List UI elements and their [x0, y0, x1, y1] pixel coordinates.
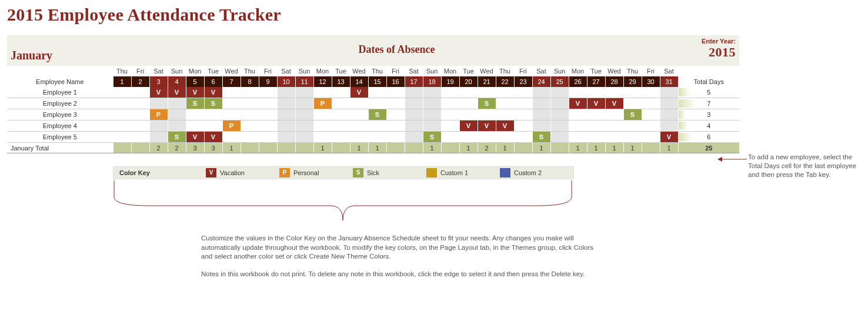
- absence-cell[interactable]: V: [204, 87, 222, 98]
- absence-cell[interactable]: [350, 98, 368, 109]
- absence-cell[interactable]: [532, 120, 550, 132]
- total-days-cell[interactable]: 3: [678, 109, 739, 120]
- absence-cell[interactable]: S: [186, 98, 204, 109]
- absence-cell[interactable]: [241, 109, 259, 120]
- absence-cell[interactable]: [386, 109, 405, 120]
- absence-cell[interactable]: [605, 132, 623, 143]
- absence-cell[interactable]: [241, 87, 259, 98]
- absence-cell[interactable]: [642, 109, 660, 120]
- absence-cell[interactable]: [423, 98, 441, 109]
- absence-cell[interactable]: V: [587, 98, 605, 109]
- absence-cell[interactable]: [259, 120, 277, 132]
- year-value[interactable]: 2015: [702, 45, 736, 60]
- absence-cell[interactable]: [550, 87, 569, 98]
- absence-cell[interactable]: [623, 87, 642, 98]
- absence-cell[interactable]: [295, 132, 313, 143]
- absence-cell[interactable]: [131, 120, 149, 132]
- total-days-cell[interactable]: 5: [678, 87, 739, 98]
- absence-cell[interactable]: [186, 120, 204, 132]
- absence-cell[interactable]: [642, 87, 660, 98]
- absence-cell[interactable]: [222, 98, 241, 109]
- absence-cell[interactable]: [277, 98, 295, 109]
- absence-cell[interactable]: [295, 98, 313, 109]
- absence-cell[interactable]: [168, 98, 186, 109]
- absence-cell[interactable]: V: [605, 98, 623, 109]
- absence-cell[interactable]: [295, 109, 313, 120]
- absence-cell[interactable]: [459, 132, 478, 143]
- absence-cell[interactable]: [113, 109, 131, 120]
- absence-cell[interactable]: [550, 109, 569, 120]
- absence-cell[interactable]: [259, 109, 277, 120]
- absence-cell[interactable]: [204, 109, 222, 120]
- absence-cell[interactable]: [587, 109, 605, 120]
- absence-cell[interactable]: [496, 132, 514, 143]
- absence-cell[interactable]: [332, 98, 350, 109]
- absence-cell[interactable]: [423, 120, 441, 132]
- absence-cell[interactable]: [113, 132, 131, 143]
- absence-cell[interactable]: [405, 132, 423, 143]
- absence-cell[interactable]: [514, 109, 532, 120]
- absence-cell[interactable]: [386, 87, 405, 98]
- absence-cell[interactable]: [569, 87, 587, 98]
- absence-cell[interactable]: [149, 120, 168, 132]
- absence-cell[interactable]: [660, 109, 678, 120]
- absence-cell[interactable]: [550, 132, 569, 143]
- attendance-table[interactable]: ThuFriSatSunMonTueWedThuFriSatSunMonTueW…: [7, 66, 739, 153]
- absence-cell[interactable]: [569, 132, 587, 143]
- absence-cell[interactable]: P: [222, 120, 241, 132]
- absence-cell[interactable]: [277, 132, 295, 143]
- absence-cell[interactable]: V: [496, 120, 514, 132]
- absence-cell[interactable]: [259, 98, 277, 109]
- absence-cell[interactable]: [441, 109, 459, 120]
- absence-cell[interactable]: [149, 132, 168, 143]
- absence-cell[interactable]: [241, 98, 259, 109]
- absence-cell[interactable]: [131, 87, 149, 98]
- absence-cell[interactable]: [313, 109, 332, 120]
- absence-cell[interactable]: [459, 109, 478, 120]
- absence-cell[interactable]: [241, 120, 259, 132]
- absence-cell[interactable]: [222, 109, 241, 120]
- absence-cell[interactable]: V: [168, 87, 186, 98]
- absence-cell[interactable]: [605, 109, 623, 120]
- absence-cell[interactable]: [514, 98, 532, 109]
- absence-cell[interactable]: [423, 109, 441, 120]
- absence-cell[interactable]: V: [459, 120, 478, 132]
- absence-cell[interactable]: [623, 98, 642, 109]
- absence-cell[interactable]: [131, 98, 149, 109]
- absence-cell[interactable]: [642, 120, 660, 132]
- absence-cell[interactable]: [332, 132, 350, 143]
- employee-name-cell[interactable]: Employee 2: [7, 98, 113, 109]
- absence-cell[interactable]: [350, 120, 368, 132]
- absence-cell[interactable]: [441, 132, 459, 143]
- absence-cell[interactable]: [405, 87, 423, 98]
- absence-cell[interactable]: [441, 87, 459, 98]
- absence-cell[interactable]: [532, 98, 550, 109]
- absence-cell[interactable]: S: [532, 132, 550, 143]
- absence-cell[interactable]: [277, 87, 295, 98]
- absence-cell[interactable]: S: [478, 98, 496, 109]
- absence-cell[interactable]: S: [623, 109, 642, 120]
- absence-cell[interactable]: [459, 87, 478, 98]
- absence-cell[interactable]: [295, 120, 313, 132]
- total-days-cell[interactable]: 4: [678, 120, 739, 132]
- absence-cell[interactable]: [605, 87, 623, 98]
- absence-cell[interactable]: [642, 132, 660, 143]
- absence-cell[interactable]: [350, 109, 368, 120]
- absence-cell[interactable]: [168, 109, 186, 120]
- total-days-cell[interactable]: 6: [678, 132, 739, 143]
- absence-cell[interactable]: V: [149, 87, 168, 98]
- absence-cell[interactable]: [660, 98, 678, 109]
- absence-cell[interactable]: [405, 98, 423, 109]
- absence-cell[interactable]: [241, 132, 259, 143]
- absence-cell[interactable]: S: [204, 98, 222, 109]
- absence-cell[interactable]: [514, 120, 532, 132]
- absence-cell[interactable]: [131, 132, 149, 143]
- absence-cell[interactable]: [332, 109, 350, 120]
- absence-cell[interactable]: V: [186, 87, 204, 98]
- absence-cell[interactable]: [569, 109, 587, 120]
- absence-cell[interactable]: [623, 132, 642, 143]
- absence-cell[interactable]: [386, 120, 405, 132]
- absence-cell[interactable]: [368, 132, 386, 143]
- absence-cell[interactable]: [149, 98, 168, 109]
- absence-cell[interactable]: [313, 87, 332, 98]
